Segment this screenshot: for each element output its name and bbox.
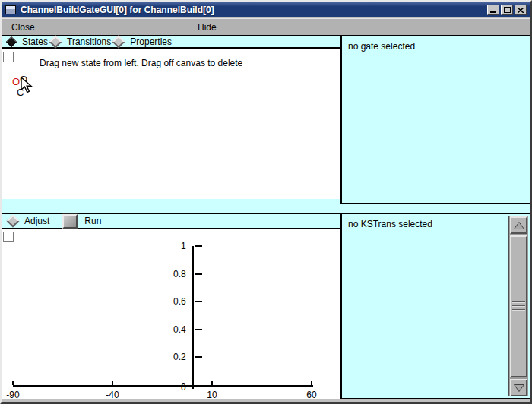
titlebar[interactable]: ChannelBuildGateGUI[0] for ChannelBuild[… <box>2 2 530 17</box>
menu-item-hide[interactable]: Hide <box>198 22 217 33</box>
scrollbar-thumb[interactable] <box>510 235 527 377</box>
y-tick-label: 0 <box>160 383 186 392</box>
menu-item-close[interactable]: Close <box>11 22 35 33</box>
y-tick-label: 1 <box>160 241 186 251</box>
y-tick-label: 0.6 <box>160 297 186 306</box>
gate-info-panel: no gate selected <box>340 35 531 204</box>
x-tick <box>211 381 213 385</box>
run-button[interactable] <box>62 214 78 229</box>
x-tick-label: 10 <box>200 390 224 399</box>
states-menu-diamond-icon[interactable] <box>6 36 17 47</box>
y-tick-label: 0.4 <box>160 325 186 334</box>
y-tick <box>195 301 202 302</box>
adjust-dropdown-diamond-icon[interactable] <box>7 215 20 228</box>
window-controls <box>487 5 527 15</box>
run-toolbar: Adjust Run <box>2 213 342 229</box>
close-button[interactable] <box>515 5 527 15</box>
menu-properties[interactable]: Properties <box>130 36 172 47</box>
x-tick-label: -40 <box>100 390 125 399</box>
gate-panel-message: no gate selected <box>348 41 415 52</box>
y-tick <box>195 329 202 330</box>
y-tick <box>195 356 202 358</box>
x-tick <box>12 381 14 385</box>
x-tick <box>112 381 113 385</box>
window-title: ChannelBuildGateGUI[0] for ChannelBuild[… <box>21 5 214 15</box>
menu-states[interactable]: States <box>22 36 48 47</box>
y-tick-label: 0.2 <box>160 352 186 361</box>
x-tick-label: 60 <box>299 390 324 399</box>
maximize-icon <box>504 7 511 13</box>
close-icon <box>518 8 524 13</box>
x-tick <box>311 381 312 385</box>
x-tick-label: -90 <box>1 390 25 399</box>
window-icon <box>5 5 16 14</box>
kstrans-panel-message: no KSTrans selected <box>348 219 432 229</box>
run-button-label[interactable]: Run <box>84 216 101 226</box>
state-canvas-checkbox[interactable] <box>3 52 14 62</box>
y-axis <box>192 246 194 389</box>
y-tick <box>195 273 202 275</box>
menu-adjust[interactable]: Adjust <box>24 216 49 226</box>
scroll-up-button[interactable] <box>510 216 527 234</box>
mouse-cursor-icon <box>21 77 33 94</box>
states-toolbar: States Transitions Properties <box>2 35 342 49</box>
scrollbar-grip <box>512 301 525 312</box>
minimize-icon <box>490 11 496 13</box>
kstrans-scrollbar[interactable] <box>508 216 528 396</box>
minimize-button[interactable] <box>487 5 499 15</box>
gate-plot-canvas[interactable]: -90-40106000.20.40.60.81 <box>2 229 340 399</box>
gate-plot: -90-40106000.20.40.60.81 <box>2 229 340 399</box>
y-tick-label: 0.8 <box>160 270 186 279</box>
maximize-button[interactable] <box>501 5 513 15</box>
state-canvas-hint: Drag new state from left. Drag off canva… <box>40 58 242 68</box>
scroll-down-button[interactable] <box>510 379 527 396</box>
state-canvas[interactable]: Drag new state from left. Drag off canva… <box>2 49 340 199</box>
arrow-down-icon <box>514 384 524 392</box>
menu-transitions[interactable]: Transitions <box>67 36 111 47</box>
application-window: ChannelBuildGateGUI[0] for ChannelBuild[… <box>0 0 532 404</box>
states-dropdown-diamond-icon[interactable] <box>49 36 62 49</box>
kstrans-info-panel: no KSTrans selected <box>340 213 531 399</box>
transitions-dropdown-diamond-icon[interactable] <box>112 36 125 49</box>
arrow-up-icon <box>514 222 524 229</box>
y-tick <box>195 245 202 247</box>
menubar: Close Hide <box>2 18 530 36</box>
state-open-red[interactable]: O <box>12 77 20 87</box>
